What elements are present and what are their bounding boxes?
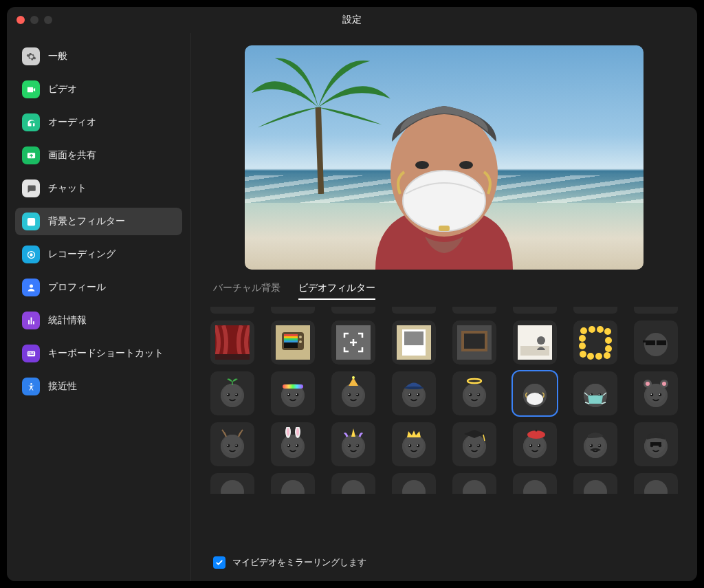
- filter-antlers-face[interactable]: [210, 422, 254, 466]
- sidebar-item-accessibility[interactable]: 接近性: [15, 373, 182, 400]
- filter-polaroid-frame[interactable]: [392, 320, 436, 364]
- svg-rect-28: [284, 340, 298, 342]
- sidebar-item-label: キーボードショートカット: [48, 347, 164, 360]
- share-screen-icon: [22, 146, 40, 164]
- filter-theater-curtain[interactable]: [210, 320, 254, 364]
- filter-crown-face[interactable]: [392, 422, 436, 466]
- filter-emoji-frame[interactable]: [573, 320, 617, 364]
- filter-n95-mask-face[interactable]: [513, 371, 557, 415]
- sidebar-item-person-frame[interactable]: 背景とフィルター: [15, 208, 182, 235]
- filter-beret-face[interactable]: [513, 422, 557, 466]
- filter-partial-e[interactable]: [452, 473, 496, 494]
- filter-partial-f[interactable]: [513, 473, 557, 494]
- filter-sprout-face[interactable]: [210, 371, 254, 415]
- filter-rainbow-headband-face[interactable]: [271, 371, 315, 415]
- filter-partial-8[interactable]: [634, 307, 678, 314]
- filter-halo-face[interactable]: [452, 371, 496, 415]
- svg-rect-12: [30, 353, 34, 354]
- svg-point-120: [659, 394, 661, 395]
- filter-partial-4[interactable]: [392, 307, 436, 314]
- svg-point-195: [584, 480, 607, 494]
- sidebar-item-headphones[interactable]: オーディオ: [15, 109, 182, 136]
- sidebar-item-label: 背景とフィルター: [48, 215, 125, 228]
- video-filter-grid: [210, 307, 678, 547]
- svg-rect-27: [284, 338, 298, 340]
- sidebar-item-keyboard[interactable]: キーボードショートカット: [15, 340, 182, 367]
- filter-picture-frame[interactable]: [452, 320, 496, 364]
- filter-grad-cap-face[interactable]: [452, 422, 496, 466]
- filter-mustache-face[interactable]: [573, 422, 617, 466]
- filter-retro-tv[interactable]: [271, 320, 315, 364]
- svg-point-113: [599, 394, 600, 395]
- person-frame-icon: [22, 213, 40, 230]
- svg-rect-11: [28, 353, 29, 354]
- svg-point-161: [477, 444, 481, 448]
- sidebar-item-stats[interactable]: 統計情報: [15, 307, 182, 334]
- filter-partial-6[interactable]: [513, 307, 557, 314]
- svg-point-78: [348, 393, 351, 397]
- filter-partial-5[interactable]: [452, 307, 496, 314]
- video-preview: [245, 45, 644, 270]
- svg-point-106: [527, 393, 543, 405]
- svg-point-153: [408, 444, 412, 448]
- svg-point-191: [342, 480, 365, 494]
- filter-partial-2[interactable]: [271, 307, 315, 314]
- filter-partial-7[interactable]: [573, 307, 617, 314]
- svg-point-196: [644, 480, 668, 494]
- sidebar-item-label: ビデオ: [48, 83, 77, 96]
- filter-partial-d[interactable]: [392, 473, 436, 494]
- svg-point-63: [235, 393, 239, 397]
- filter-partial-3[interactable]: [331, 307, 375, 314]
- filter-deal-with-it-glasses[interactable]: [634, 320, 678, 364]
- filter-mouse-ears-face[interactable]: [634, 371, 678, 415]
- filter-cowboy-hat[interactable]: [271, 473, 315, 494]
- minimize-window-button[interactable]: [30, 16, 38, 24]
- accessibility-icon: [22, 378, 40, 395]
- svg-point-16: [459, 161, 473, 169]
- svg-point-30: [299, 340, 302, 343]
- tab-video-filter[interactable]: ビデオフィルター: [298, 282, 375, 300]
- sidebar-item-profile[interactable]: プロフィール: [15, 274, 182, 301]
- filter-disguise-face[interactable]: [634, 422, 678, 466]
- svg-point-51: [587, 353, 594, 360]
- sidebar-item-chat[interactable]: チャット: [15, 175, 182, 202]
- svg-rect-35: [402, 350, 426, 356]
- gear-icon: [22, 47, 40, 65]
- svg-point-79: [356, 393, 360, 397]
- mirror-row: マイビデオをミラーリングします: [210, 547, 678, 571]
- svg-point-190: [281, 480, 305, 494]
- sidebar-item-label: 接近性: [48, 380, 77, 393]
- sidebar-item-record[interactable]: レコーディング: [15, 241, 182, 268]
- mirror-video-checkbox[interactable]: [213, 556, 226, 569]
- filter-unicorn-face[interactable]: [331, 422, 375, 466]
- filter-cap-face[interactable]: [392, 371, 436, 415]
- svg-rect-7: [28, 352, 29, 353]
- svg-point-98: [468, 379, 481, 383]
- sidebar-item-share-screen[interactable]: 画面を共有: [15, 142, 182, 169]
- svg-point-117: [650, 393, 654, 397]
- window-traffic-lights: [16, 16, 52, 24]
- filter-partial-1[interactable]: [210, 307, 254, 314]
- titlebar: 設定: [7, 7, 697, 33]
- filter-bunny-ears-face[interactable]: [271, 422, 315, 466]
- svg-point-162: [470, 445, 471, 446]
- filter-party-hat-face[interactable]: [331, 371, 375, 415]
- filter-surgical-mask-face[interactable]: [573, 371, 617, 415]
- svg-point-2: [30, 219, 32, 222]
- sidebar-item-video[interactable]: ビデオ: [15, 76, 182, 103]
- svg-point-96: [470, 394, 471, 395]
- filter-crop-frame[interactable]: [331, 320, 375, 364]
- mirror-video-label: マイビデオをミラーリングします: [232, 556, 366, 569]
- filter-partial-c[interactable]: [331, 473, 375, 494]
- svg-point-112: [591, 394, 592, 395]
- zoom-window-button[interactable]: [44, 16, 52, 24]
- sidebar-item-gear[interactable]: 一般: [15, 43, 182, 70]
- tab-virtual-background[interactable]: バーチャル背景: [213, 282, 280, 300]
- settings-window: 設定 一般ビデオオーディオ画面を共有チャット背景とフィルターレコーディングプロフ…: [7, 7, 697, 581]
- filter-room-sofa[interactable]: [513, 320, 557, 364]
- filter-flower-crown[interactable]: [573, 473, 617, 494]
- filter-daisy[interactable]: [634, 473, 678, 494]
- svg-point-131: [236, 445, 237, 446]
- close-window-button[interactable]: [16, 16, 25, 24]
- filter-pirate-hat[interactable]: [210, 473, 254, 494]
